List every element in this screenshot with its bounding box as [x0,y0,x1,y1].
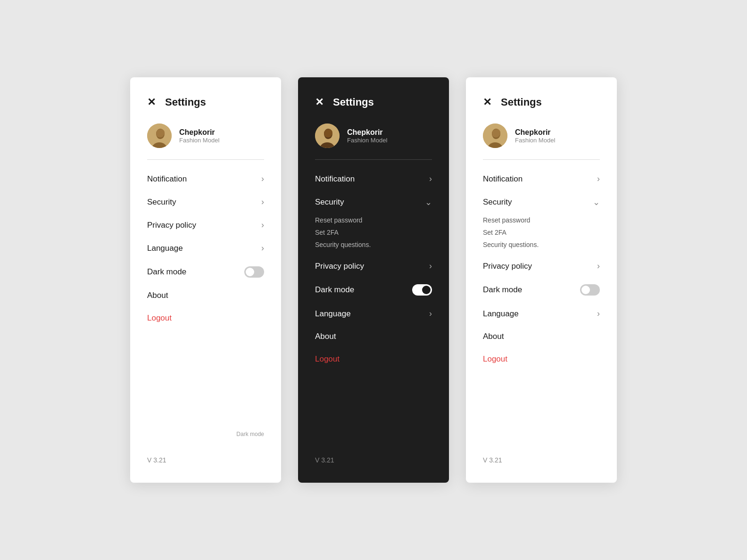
toggle-knob [246,268,254,276]
menu-item-security[interactable]: Security ⌄ [483,190,600,214]
menu-item-security[interactable]: Security › [147,190,264,214]
menu-item-security[interactable]: Security ⌄ [315,190,432,214]
logout-label: Logout [315,354,340,364]
toggle-knob [422,286,431,294]
close-icon[interactable]: ✕ [483,97,491,107]
profile-info: Chepkorir Fashion Model [179,128,219,144]
darkmode-label: Dark mode [147,267,186,277]
menu-item-logout[interactable]: Logout [315,348,432,371]
screen-1: ✕ Settings Chepkorir Fashion Model Notif… [130,77,281,483]
chevron-right-icon: › [429,261,432,271]
chevron-down-icon: ⌄ [425,197,432,207]
header: ✕ Settings [315,96,432,108]
avatar [147,124,172,148]
screen-2: ✕ Settings Chepkorir Fashion Model Notif… [298,77,449,483]
menu-list: Notification › Security ⌄ Reset password… [315,167,432,437]
version-label: V 3.21 [315,437,432,464]
chevron-right-icon: › [261,174,264,184]
reset-password-item[interactable]: Reset password [315,214,432,226]
set-2fa-item[interactable]: Set 2FA [483,226,600,239]
divider [147,159,264,160]
notification-label: Notification [483,174,523,184]
about-label: About [483,332,504,341]
menu-item-privacy[interactable]: Privacy policy › [147,214,264,237]
screens-container: ✕ Settings Chepkorir Fashion Model Notif… [102,49,645,511]
profile-name: Chepkorir [179,128,219,137]
toggle-knob [581,286,590,294]
menu-item-language[interactable]: Language › [483,302,600,325]
avatar [483,124,507,148]
security-questions-item[interactable]: Security questions. [315,239,432,251]
privacy-label: Privacy policy [315,262,364,271]
privacy-label: Privacy policy [147,221,196,230]
logout-label: Logout [147,313,172,323]
chevron-right-icon: › [429,309,432,319]
darkmode-label: Dark mode [315,285,354,295]
menu-item-darkmode[interactable]: Dark mode [483,278,600,302]
menu-item-about[interactable]: About [483,325,600,348]
darkmode-toggle[interactable] [412,284,432,296]
close-icon[interactable]: ✕ [147,97,156,107]
menu-item-notification[interactable]: Notification › [483,167,600,190]
about-label: About [147,291,168,300]
security-questions-item[interactable]: Security questions. [483,239,600,251]
about-label: About [315,332,336,341]
version-label: V 3.21 [483,437,600,464]
profile-info: Chepkorir Fashion Model [347,128,387,144]
menu-list: Notification › Security ⌄ Reset password… [483,167,600,437]
menu-item-darkmode[interactable]: Dark mode [147,260,264,284]
security-label: Security [147,198,176,207]
app-title: Settings [501,96,542,108]
darkmode-toggle[interactable] [580,284,600,296]
menu-item-language[interactable]: Language › [315,302,432,325]
language-label: Language [483,309,519,319]
menu-item-darkmode[interactable]: Dark mode [315,278,432,302]
menu-item-about[interactable]: About [315,325,432,348]
close-icon[interactable]: ✕ [315,97,324,107]
security-submenu: Reset password Set 2FA Security question… [483,214,600,255]
menu-item-about[interactable]: About [147,284,264,307]
header: ✕ Settings [483,96,600,108]
menu-list: Notification › Security › Privacy policy… [147,167,264,430]
menu-item-logout[interactable]: Logout [147,307,264,329]
notification-label: Notification [147,174,187,184]
chevron-down-icon: ⌄ [593,197,600,207]
language-label: Language [315,309,351,319]
divider [315,159,432,160]
divider [483,159,600,160]
version-label: V 3.21 [147,437,264,464]
header: ✕ Settings [147,96,264,108]
profile-role: Fashion Model [179,137,219,144]
menu-item-privacy[interactable]: Privacy policy › [315,255,432,278]
logout-label: Logout [483,354,507,364]
security-label: Security [315,198,344,207]
profile-name: Chepkorir [515,128,555,137]
darkmode-bottom-label: Dark mode [147,431,264,437]
menu-item-privacy[interactable]: Privacy policy › [483,255,600,278]
profile-role: Fashion Model [347,137,387,144]
chevron-right-icon: › [597,309,600,319]
app-title: Settings [333,96,374,108]
screen-3: ✕ Settings Chepkorir Fashion Model Notif… [466,77,617,483]
menu-item-logout[interactable]: Logout [483,348,600,371]
profile-section: Chepkorir Fashion Model [315,124,432,148]
profile-section: Chepkorir Fashion Model [483,124,600,148]
menu-item-language[interactable]: Language › [147,237,264,260]
chevron-right-icon: › [261,220,264,230]
chevron-right-icon: › [597,174,600,184]
profile-role: Fashion Model [515,137,555,144]
set-2fa-item[interactable]: Set 2FA [315,226,432,239]
language-label: Language [147,244,183,253]
app-title: Settings [165,96,206,108]
avatar [315,124,340,148]
security-label: Security [483,198,512,207]
chevron-right-icon: › [597,261,600,271]
security-submenu: Reset password Set 2FA Security question… [315,214,432,255]
menu-item-notification[interactable]: Notification › [315,167,432,190]
menu-item-notification[interactable]: Notification › [147,167,264,190]
reset-password-item[interactable]: Reset password [483,214,600,226]
chevron-right-icon: › [429,174,432,184]
privacy-label: Privacy policy [483,262,532,271]
darkmode-toggle[interactable] [244,266,264,278]
profile-name: Chepkorir [347,128,387,137]
